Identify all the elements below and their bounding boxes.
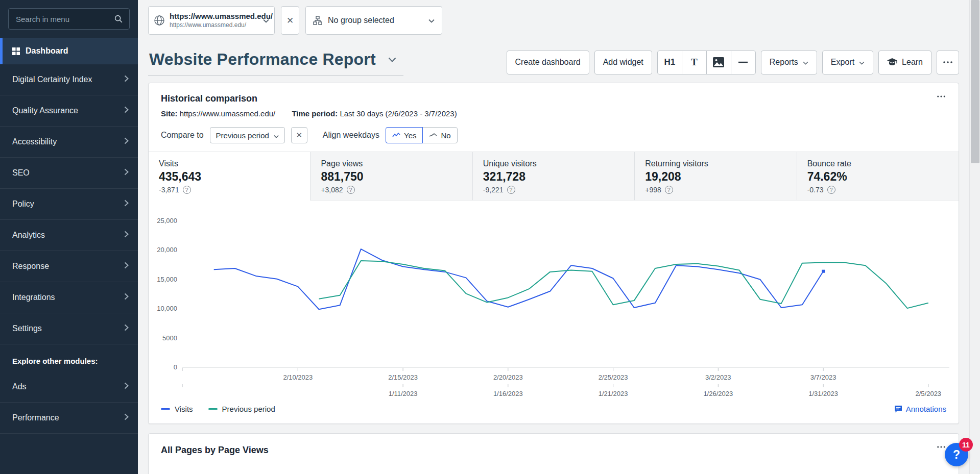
chevron-right-icon [124,293,129,302]
site-selector[interactable]: https://www.umassmed.edu/ https://www.um… [148,6,275,35]
metric-tile-visits[interactable]: Visits 435,643 -3,871 ? [149,152,310,201]
scrollbar-thumb[interactable] [971,0,979,163]
main-area: https://www.umassmed.edu/ https://www.um… [138,0,969,474]
metric-tile-bounce-rate[interactable]: Bounce rate 74.62% -0.73 ? [797,152,959,201]
sidebar-item-ads[interactable]: Ads [0,371,138,403]
sidebar-search [8,8,130,30]
chevron-down-icon [428,16,435,25]
info-icon[interactable]: ? [347,186,355,194]
legend-swatch [208,408,218,410]
search-input[interactable] [8,8,130,30]
close-icon: ✕ [296,131,303,140]
sidebar-item-label: SEO [12,168,30,178]
vertical-scrollbar[interactable] [969,0,980,474]
chevron-right-icon [124,324,129,333]
help-button[interactable]: ? 11 [945,443,968,466]
chevron-right-icon [124,231,129,240]
search-icon[interactable] [114,14,123,26]
site-label: Site: [161,109,178,118]
dashboard-title-dropdown[interactable]: Website Performance Report [148,49,403,76]
compare-period-dropdown[interactable]: Previous period [210,127,285,143]
metric-delta: -9,221 [483,186,504,194]
info-icon[interactable]: ? [183,186,191,194]
sidebar-item-accessibility[interactable]: Accessibility [0,127,138,158]
annotations-icon [894,405,902,413]
svg-text:1/31/2023: 1/31/2023 [808,390,838,397]
chevron-down-icon [803,58,808,67]
metric-tile-unique-visitors[interactable]: Unique visitors 321,728 -9,221 ? [472,152,634,201]
chart-legend: Visits Previous period [149,401,959,423]
create-dashboard-button[interactable]: Create dashboard [507,51,589,74]
sidebar-item-label: Accessibility [12,137,57,146]
svg-text:3/2/2023: 3/2/2023 [705,373,731,381]
legend-item-visits: Visits [161,405,193,413]
sidebar-item-integrations[interactable]: Integrations [0,282,138,313]
insert-divider-button[interactable] [731,51,756,74]
svg-text:5000: 5000 [162,334,177,342]
sidebar-item-dashboard[interactable]: Dashboard [0,38,138,64]
clear-site-button[interactable]: ✕ [281,6,299,35]
chevron-right-icon [124,137,129,146]
all-pages-card: All Pages by Page Views [148,433,959,474]
metric-tile-page-views[interactable]: Page views 881,750 +3,082 ? [310,152,472,201]
svg-text:0: 0 [174,363,177,371]
sidebar-item-performance[interactable]: Performance [0,403,138,434]
learn-button[interactable]: Learn [878,51,931,74]
sidebar-item-response[interactable]: Response [0,251,138,282]
svg-text:2/15/2023: 2/15/2023 [388,373,418,381]
dashboard-content: Historical comparison Site: https://www.… [138,83,969,474]
svg-text:20,000: 20,000 [157,246,177,254]
info-icon[interactable]: ? [827,186,835,194]
close-icon: ✕ [286,15,294,26]
align-weekdays-toggle: Yes No [386,127,458,143]
align-yes-label: Yes [404,131,416,140]
sidebar-item-analytics[interactable]: Analytics [0,220,138,251]
info-icon[interactable]: ? [665,186,673,194]
chevron-right-icon [124,106,129,115]
info-icon[interactable]: ? [507,186,515,194]
metric-tile-returning-visitors[interactable]: Returning visitors 19,208 +998 ? [634,152,796,201]
insert-text-button[interactable]: T [682,51,707,74]
title-row: Website Performance Report Create dashbo… [138,39,969,83]
export-button[interactable]: Export [822,51,873,74]
time-period-value: Last 30 days (2/6/2023 - 3/7/2023) [340,109,457,118]
metric-tabs: Visits 435,643 -3,871 ? Page views 881,7… [149,152,959,201]
align-no-label: No [441,131,450,140]
sidebar-item-digital-certainty-index[interactable]: Digital Certainty Index [0,64,138,95]
chevron-right-icon [124,75,129,84]
graduation-cap-icon [887,58,897,67]
more-actions-button[interactable] [937,51,959,74]
align-weekdays-no-button[interactable]: No [422,127,457,143]
insert-heading-button[interactable]: H1 [657,51,682,74]
sidebar-item-seo[interactable]: SEO [0,158,138,189]
group-selector[interactable]: No group selected [305,6,442,35]
sidebar-item-policy[interactable]: Policy [0,189,138,220]
sidebar-item-label: Digital Certainty Index [12,75,92,84]
historical-header: Historical comparison Site: https://www.… [149,83,959,125]
annotations-link[interactable]: Annotations [894,405,946,413]
horizontal-line-icon [738,61,748,63]
add-widget-button[interactable]: Add widget [594,51,652,74]
chevron-down-icon [263,16,269,25]
chevron-right-icon [124,199,129,209]
sidebar-item-label: Analytics [12,231,45,240]
sidebar-item-settings[interactable]: Settings [0,313,138,344]
zigzag-line-icon [429,133,437,138]
remove-comparison-button[interactable]: ✕ [291,127,307,143]
insert-image-button[interactable] [706,51,731,74]
comparison-controls: Compare to Previous period ✕ Align weekd… [149,125,959,152]
chevron-right-icon [124,413,129,422]
widget-menu-button[interactable] [933,91,949,102]
sidebar-item-label: Ads [12,382,27,391]
ellipsis-icon [937,95,945,97]
annotations-label: Annotations [906,405,946,413]
legend-item-previous-period: Previous period [208,405,275,413]
sidebar-item-quality-assurance[interactable]: Quality Assurance [0,95,138,127]
metric-delta: -0.73 [807,186,824,194]
metric-value: 19,208 [645,170,786,184]
site-url-secondary: https://www.umassmed.edu/ [170,21,258,29]
reports-button[interactable]: Reports [761,51,817,74]
site-selector-text: https://www.umassmed.edu/ https://www.um… [170,12,258,29]
align-weekdays-yes-button[interactable]: Yes [386,127,423,143]
svg-text:10,000: 10,000 [157,305,177,312]
